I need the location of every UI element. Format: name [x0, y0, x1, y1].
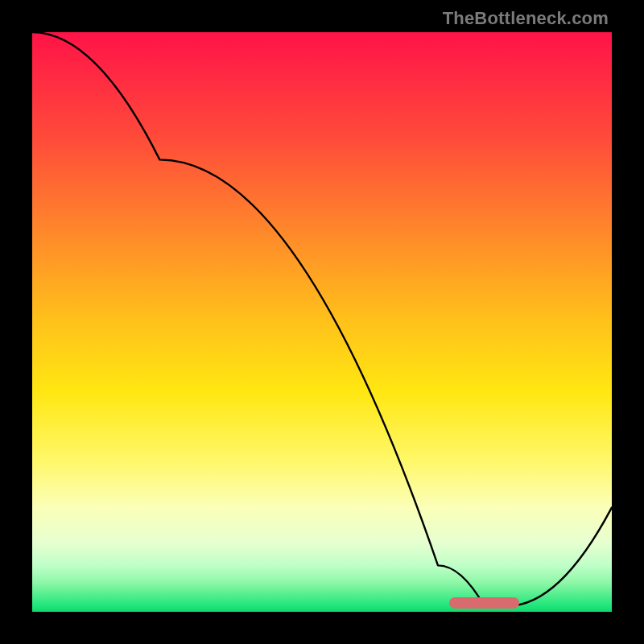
bottleneck-curve-path [32, 32, 612, 606]
plot-area [32, 32, 612, 612]
optimal-zone-marker [449, 597, 518, 609]
curve-svg [32, 32, 612, 612]
watermark-text: TheBottleneck.com [443, 8, 609, 29]
chart-frame: TheBottleneck.com [0, 0, 644, 644]
